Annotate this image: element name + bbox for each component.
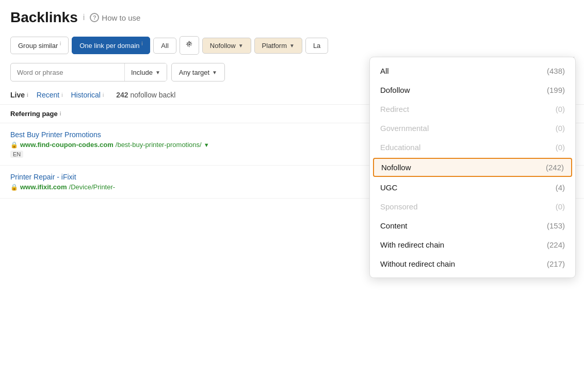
platform-dropdown-arrow: ▼ <box>289 43 295 48</box>
search-input[interactable] <box>11 69 124 76</box>
la-button[interactable]: La <box>305 38 328 54</box>
tab-historical[interactable]: Historical i <box>71 91 104 99</box>
dropdown-item: Sponsored (0) <box>370 197 575 216</box>
dropdown-item-label: Content <box>380 221 408 230</box>
dropdown-item-count: (0) <box>556 143 565 152</box>
dropdown-item-label: Sponsored <box>380 202 418 211</box>
one-link-info-icon: i <box>141 41 142 46</box>
dropdown-item: Governmental (0) <box>370 119 575 138</box>
lock-icon: 🔒 <box>10 141 18 149</box>
lang-badge: EN <box>10 151 23 158</box>
target-arrow: ▼ <box>212 70 217 75</box>
help-circle-icon: ? <box>90 13 99 22</box>
any-target-button[interactable]: Any target ▼ <box>171 63 225 81</box>
dropdown-item[interactable]: Content (153) <box>370 216 575 235</box>
platform-dropdown-button[interactable]: Platform ▼ <box>254 38 302 54</box>
historical-info-icon: i <box>103 92 104 98</box>
dropdown-item-count: (0) <box>556 202 565 211</box>
dropdown-item[interactable]: Dofollow (199) <box>370 80 575 100</box>
group-similar-button[interactable]: Group similar i <box>10 37 69 54</box>
page-header: Backlinks i ? How to use <box>0 0 584 32</box>
search-input-group: Include ▼ <box>10 63 167 81</box>
dropdown-item-selected[interactable]: Nofollow (242) <box>373 158 572 177</box>
dropdown-item-label: All <box>380 67 389 75</box>
url-path: /Device/Printer- <box>69 183 116 191</box>
backlink-count-text: 242 nofollow backl <box>116 91 175 99</box>
dropdown-item[interactable]: UGC (4) <box>370 178 575 197</box>
dropdown-item-label: Dofollow <box>380 86 410 94</box>
one-link-per-domain-button[interactable]: One link per domain i <box>72 37 150 54</box>
dropdown-item-count: (153) <box>547 221 565 230</box>
url-path: /best-buy-printer-promotions/ <box>116 141 202 149</box>
gear-button[interactable] <box>180 36 199 55</box>
toolbar: Group similar i One link per domain i Al… <box>0 32 584 59</box>
dropdown-item-count: (224) <box>547 240 565 249</box>
title-info-icon[interactable]: i <box>83 13 85 22</box>
dropdown-item-label: Educational <box>380 143 420 152</box>
nofollow-dropdown-arrow: ▼ <box>238 43 244 48</box>
url-dropdown-arrow[interactable]: ▼ <box>204 142 209 148</box>
dropdown-item: Redirect (0) <box>370 100 575 119</box>
count-suffix: nofollow backl <box>130 91 175 99</box>
live-info-icon: i <box>27 92 28 98</box>
how-to-use-link[interactable]: ? How to use <box>90 13 140 22</box>
gear-icon <box>185 40 193 48</box>
recent-info-icon: i <box>61 92 62 98</box>
nofollow-dropdown-button[interactable]: Nofollow ▼ <box>202 38 251 54</box>
all-button[interactable]: All <box>153 38 176 54</box>
url-domain[interactable]: www.ifixit.com <box>20 183 67 191</box>
dropdown-item-label: UGC <box>380 183 397 192</box>
dropdown-item-label: Without redirect chain <box>380 259 455 268</box>
url-domain[interactable]: www.find-coupon-codes.com <box>20 141 113 149</box>
dropdown-item-label: With redirect chain <box>380 240 444 249</box>
page-title: Backlinks <box>10 9 78 26</box>
dropdown-item-count: (4) <box>556 183 565 192</box>
tab-recent[interactable]: Recent i <box>37 91 63 99</box>
dropdown-item-count: (0) <box>556 124 565 133</box>
include-arrow: ▼ <box>155 70 160 75</box>
group-similar-info-icon: i <box>60 41 61 46</box>
referring-info-icon: i <box>60 111 61 117</box>
lock-icon: 🔒 <box>10 184 18 191</box>
dropdown-item-label: Governmental <box>380 124 429 133</box>
tab-live[interactable]: Live i <box>10 91 28 99</box>
dropdown-item-count: (217) <box>547 259 565 268</box>
dropdown-item-count: (438) <box>547 67 565 75</box>
include-button[interactable]: Include ▼ <box>125 63 167 81</box>
dropdown-item-count: (199) <box>547 86 565 94</box>
dropdown-item[interactable]: All (438) <box>370 61 575 80</box>
dropdown-item-count: (242) <box>546 163 564 172</box>
nofollow-dropdown-overlay: All (438)Dofollow (199)Redirect (0)Gover… <box>369 57 576 278</box>
dropdown-item-count: (0) <box>556 105 565 113</box>
dropdown-item-label: Redirect <box>380 105 409 113</box>
dropdown-item-label: Nofollow <box>381 163 411 172</box>
dropdown-item[interactable]: With redirect chain (224) <box>370 235 575 254</box>
dropdown-item: Educational (0) <box>370 138 575 157</box>
dropdown-item[interactable]: Without redirect chain (217) <box>370 254 575 273</box>
